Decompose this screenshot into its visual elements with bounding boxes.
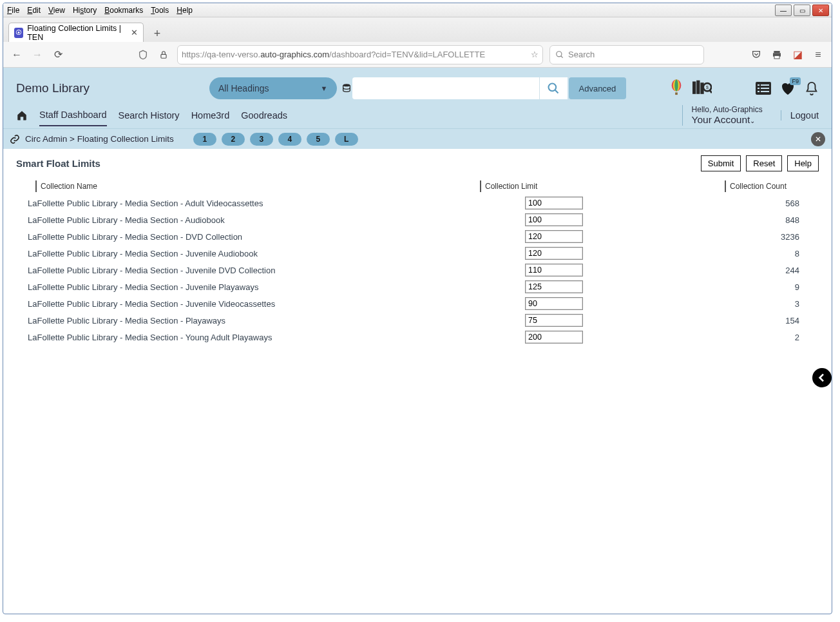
- cell-name: LaFollette Public Library - Media Sectio…: [16, 199, 525, 208]
- your-account-dropdown[interactable]: Your Account⌄: [692, 114, 763, 126]
- pager-last[interactable]: L: [335, 133, 358, 146]
- menu-view[interactable]: View: [48, 6, 65, 15]
- star-icon[interactable]: ☆: [531, 50, 539, 59]
- window-minimize-button[interactable]: —: [775, 5, 792, 16]
- pager-4[interactable]: 4: [278, 133, 301, 146]
- url-text: https://qa-tenv-verso.auto-graphics.com/…: [182, 50, 527, 59]
- nav-home3rd[interactable]: Home3rd: [191, 105, 230, 126]
- pocket-icon[interactable]: [749, 48, 763, 62]
- nav-goodreads[interactable]: Goodreads: [241, 105, 287, 126]
- list-icon[interactable]: [756, 82, 771, 95]
- collection-limit-input[interactable]: [525, 280, 583, 293]
- browser-search[interactable]: Search: [549, 45, 704, 64]
- pager-5[interactable]: 5: [307, 133, 330, 146]
- svg-rect-23: [761, 88, 769, 89]
- panel-close-button[interactable]: ✕: [811, 132, 825, 146]
- link-icon: [10, 134, 20, 144]
- nav-staff-dashboard[interactable]: Staff Dashboard: [39, 104, 107, 126]
- menu-bookmarks[interactable]: Bookmarks: [104, 6, 143, 15]
- cell-name: LaFollette Public Library - Media Sectio…: [16, 299, 525, 309]
- site-title: Demo Library: [16, 81, 209, 95]
- collection-limit-input[interactable]: [525, 331, 583, 344]
- menu-file[interactable]: File: [7, 6, 19, 15]
- lock-icon[interactable]: [157, 48, 171, 62]
- cell-name: LaFollette Public Library - Media Sectio…: [16, 215, 525, 225]
- breadcrumb: Circ Admin > Floating Collection Limits: [25, 134, 174, 144]
- svg-rect-0: [161, 54, 166, 58]
- advanced-button[interactable]: Advanced: [569, 77, 627, 99]
- new-tab-button[interactable]: +: [149, 25, 166, 42]
- side-panel-toggle[interactable]: [812, 368, 832, 387]
- hello-text: Hello, Auto-Graphics: [692, 105, 763, 114]
- favicon-icon: ⦿: [14, 28, 23, 38]
- collection-limit-input[interactable]: [525, 314, 583, 327]
- favorites-icon[interactable]: F9: [780, 81, 796, 95]
- browser-tab[interactable]: ⦿ Floating Collection Limits | TEN ✕: [8, 23, 144, 42]
- collection-limit-input[interactable]: [525, 297, 583, 310]
- col-limit-header: Collection Limit: [480, 180, 720, 192]
- collection-limit-input[interactable]: [525, 213, 583, 226]
- table-row: LaFollette Public Library - Media Sectio…: [16, 211, 819, 228]
- collection-limit-input[interactable]: [525, 230, 583, 243]
- nav-reload-button[interactable]: ⟳: [51, 48, 65, 62]
- content: Smart Float Limits Submit Reset Help Col…: [3, 149, 832, 352]
- browser-menubar: File Edit View History Bookmarks Tools H…: [3, 3, 832, 17]
- nav-back-button[interactable]: ←: [10, 48, 24, 62]
- table-row: LaFollette Public Library - Media Sectio…: [16, 228, 819, 245]
- svg-rect-25: [761, 91, 769, 92]
- pager-1[interactable]: 1: [193, 133, 216, 146]
- col-count-header: Collection Count: [725, 180, 819, 192]
- pager-2[interactable]: 2: [222, 133, 245, 146]
- url-bar[interactable]: https://qa-tenv-verso.auto-graphics.com/…: [177, 45, 543, 64]
- window-maximize-button[interactable]: ▭: [794, 5, 810, 16]
- balloon-icon[interactable]: [669, 79, 683, 98]
- menu-help[interactable]: Help: [177, 6, 193, 15]
- svg-line-17: [709, 90, 712, 93]
- cell-count: 244: [712, 266, 819, 275]
- table-row: LaFollette Public Library - Media Sectio…: [16, 262, 819, 278]
- window-close-button[interactable]: ✕: [812, 5, 829, 16]
- research-icon[interactable]: $: [692, 80, 712, 97]
- nav-search-history[interactable]: Search History: [119, 105, 180, 126]
- app-header: Demo Library All Headings ▼ Advanced: [3, 68, 832, 128]
- collection-limit-input[interactable]: [525, 247, 583, 260]
- collection-limit-input[interactable]: [525, 197, 583, 209]
- print-icon[interactable]: [770, 48, 784, 62]
- bell-icon[interactable]: [805, 81, 819, 96]
- svg-line-2: [561, 55, 563, 57]
- svg-point-11: [674, 79, 678, 91]
- svg-point-6: [343, 84, 350, 86]
- pager-3[interactable]: 3: [250, 133, 273, 146]
- collection-limit-input[interactable]: [525, 264, 583, 277]
- chevron-down-icon: ▼: [321, 84, 328, 92]
- account-box: Hello, Auto-Graphics Your Account⌄: [682, 105, 763, 126]
- extension-icon[interactable]: ◪: [790, 48, 805, 62]
- cell-count: 568: [712, 199, 819, 208]
- svg-rect-5: [774, 55, 779, 59]
- svg-rect-21: [761, 84, 769, 86]
- search-button[interactable]: [539, 77, 568, 99]
- tabstrip: ⦿ Floating Collection Limits | TEN ✕ +: [3, 17, 832, 42]
- nav-forward-button[interactable]: →: [30, 48, 44, 62]
- menu-history[interactable]: History: [73, 6, 97, 15]
- shield-icon[interactable]: [136, 48, 150, 62]
- menu-edit[interactable]: Edit: [27, 6, 41, 15]
- grid: Collection Name Collection Limit Collect…: [16, 178, 819, 345]
- hamburger-menu-icon[interactable]: ≡: [811, 48, 825, 62]
- heading-dropdown[interactable]: All Headings ▼: [209, 77, 337, 99]
- cell-name: LaFollette Public Library - Media Sectio…: [16, 249, 525, 258]
- reset-button[interactable]: Reset: [746, 155, 782, 171]
- table-row: LaFollette Public Library - Media Sectio…: [16, 295, 819, 312]
- submit-button[interactable]: Submit: [701, 155, 741, 171]
- cell-count: 2: [712, 333, 819, 342]
- main-search-input[interactable]: [352, 77, 539, 99]
- svg-line-8: [555, 90, 558, 93]
- cell-count: 9: [712, 282, 819, 292]
- menu-tools[interactable]: Tools: [151, 6, 169, 15]
- help-button[interactable]: Help: [787, 155, 819, 171]
- logout-link[interactable]: Logout: [781, 110, 819, 121]
- toolbar: ← → ⟳ https://qa-tenv-verso.auto-graphic…: [3, 42, 832, 68]
- home-icon[interactable]: [16, 110, 28, 121]
- database-icon[interactable]: [341, 83, 352, 94]
- tab-close-icon[interactable]: ✕: [131, 28, 138, 37]
